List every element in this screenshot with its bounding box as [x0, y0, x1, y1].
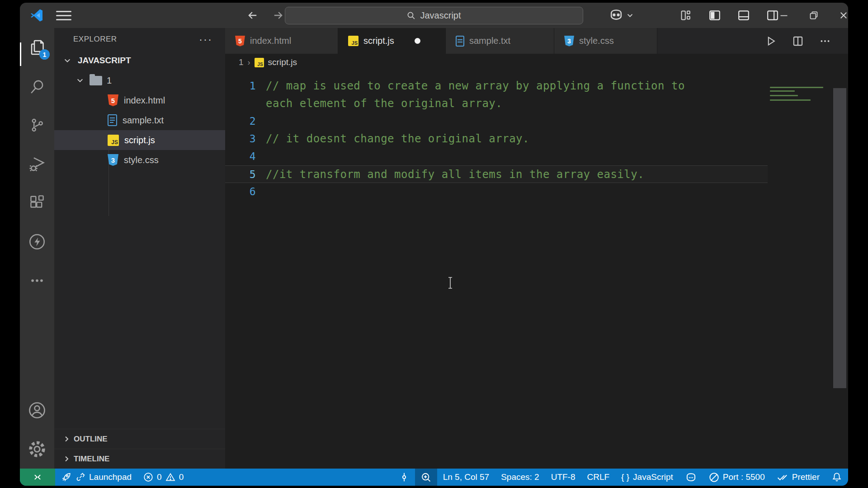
chevron-right-icon: › — [248, 58, 250, 67]
tree-file-sample-txt[interactable]: sample.txt — [54, 110, 225, 130]
remote-indicator[interactable] — [20, 469, 55, 486]
tab-index-html[interactable]: 5 index.html — [225, 28, 338, 54]
minimap[interactable] — [770, 87, 825, 103]
account-button[interactable] — [20, 391, 54, 430]
rocket-icon — [61, 472, 72, 483]
unsaved-dot-icon[interactable] — [415, 38, 420, 44]
command-center-search[interactable]: Javascript — [285, 7, 583, 24]
activity-more-button[interactable] — [20, 261, 54, 300]
minimap-line — [770, 95, 798, 96]
settings-gear-icon — [28, 440, 47, 459]
explorer-badge: 1 — [39, 49, 50, 60]
run-file-button[interactable] — [764, 34, 778, 48]
tree-file-style-css[interactable]: 3 style.css — [54, 150, 225, 170]
tree-file-script-js[interactable]: JS script.js — [54, 130, 225, 150]
language-mode[interactable]: { } JavaScript — [615, 469, 679, 486]
zoom-indicator[interactable] — [415, 469, 437, 486]
double-check-icon — [777, 471, 788, 483]
minimize-icon — [779, 11, 788, 20]
activity-bar: 1 — [20, 28, 54, 469]
toggle-sidebar-button[interactable] — [707, 7, 723, 23]
js-icon: JS — [348, 36, 359, 46]
nav-forward-button[interactable] — [271, 9, 285, 22]
vscode-logo — [30, 9, 43, 22]
tab-sample-txt[interactable]: sample.txt — [446, 28, 554, 54]
css-icon: 3 — [564, 36, 574, 47]
sidebar-item-source-control[interactable] — [20, 106, 54, 145]
arrow-left-icon — [246, 9, 259, 22]
toggle-panel-button[interactable] — [736, 7, 752, 23]
toggle-panel-icon — [737, 9, 750, 22]
editor-more-actions-button[interactable] — [818, 34, 832, 48]
code-line[interactable]: 6 — [225, 183, 768, 201]
nav-back-button[interactable] — [246, 9, 259, 22]
more-icon — [819, 35, 831, 47]
menu-icon[interactable] — [56, 8, 71, 23]
code-line[interactable]: 2 — [225, 113, 768, 130]
folder-icon — [90, 76, 102, 85]
sidebar-item-thunder-client[interactable] — [20, 222, 54, 261]
customize-layout-icon — [680, 9, 692, 21]
chevron-down-icon — [61, 57, 73, 64]
tab-script-js[interactable]: JS script.js — [338, 28, 446, 54]
arrow-right-icon — [272, 9, 284, 22]
braces-icon: { } — [621, 472, 629, 482]
scrollbar-slider[interactable] — [833, 88, 846, 388]
code-line-wrap[interactable]: each element of the original array. — [225, 95, 768, 113]
problems-indicator[interactable]: 0 0 — [137, 469, 189, 486]
js-icon: JS — [255, 58, 264, 67]
explorer-actions-button[interactable]: ··· — [199, 33, 212, 46]
restore-button[interactable] — [806, 7, 822, 23]
editor-group: 5 index.html JS script.js sample.txt 3 s — [225, 28, 848, 469]
copilot-status[interactable] — [679, 469, 703, 486]
screencast-indicator[interactable] — [393, 469, 415, 486]
code-editor[interactable]: 1 // map is used to create a new array b… — [225, 71, 848, 469]
settings-button[interactable] — [20, 430, 54, 469]
code-line[interactable]: 3 // it doesnt change the original array… — [225, 130, 768, 148]
tree-root-javascript[interactable]: JAVASCRIPT — [54, 51, 225, 70]
source-control-icon — [28, 117, 46, 134]
line-number: 3 — [225, 130, 256, 148]
bell-icon — [831, 472, 842, 483]
customize-layout-button[interactable] — [678, 7, 694, 23]
tree-folder-1[interactable]: 1 — [54, 70, 225, 90]
encoding-indicator[interactable]: UTF-8 — [545, 469, 581, 486]
code-line-current[interactable]: 5 //it transform and modify all items in… — [225, 165, 768, 183]
code-line[interactable]: 1 // map is used to create a new array b… — [225, 77, 768, 95]
sidebar-item-extensions[interactable] — [20, 183, 54, 222]
close-icon — [839, 11, 848, 20]
breadcrumb-folder[interactable]: 1 — [239, 57, 244, 67]
timeline-section-header[interactable]: TIMELINE — [54, 449, 225, 469]
breadcrumb-file[interactable]: script.js — [268, 57, 297, 67]
toggle-sidebar-icon — [708, 9, 721, 22]
code-text: //it transform and modify all items in t… — [256, 166, 644, 183]
cursor-position[interactable]: Ln 5, Col 57 — [437, 469, 495, 486]
live-server-port[interactable]: Port : 5500 — [703, 469, 771, 486]
outline-section-header[interactable]: OUTLINE — [54, 429, 225, 449]
minimap-line — [770, 87, 823, 88]
copilot-icon — [609, 7, 624, 23]
zoom-in-icon — [421, 472, 431, 483]
code-text: // it doesnt change the original array. — [256, 130, 529, 148]
minimap-line — [770, 99, 811, 101]
formatter-status[interactable]: Prettier — [771, 469, 826, 486]
copilot-button[interactable] — [609, 7, 633, 23]
breadcrumb[interactable]: 1 › JS script.js — [225, 54, 848, 71]
link-icon — [75, 472, 85, 482]
sidebar-item-run-debug[interactable] — [20, 145, 54, 183]
split-editor-button[interactable] — [791, 34, 805, 48]
close-button[interactable] — [835, 7, 848, 23]
sidebar-item-search[interactable] — [20, 67, 54, 106]
code-line[interactable]: 4 — [225, 148, 768, 165]
tab-style-css[interactable]: 3 style.css — [554, 28, 657, 54]
tree-file-index-html[interactable]: 5 index.html — [54, 90, 225, 110]
line-number: 1 — [225, 77, 256, 95]
sidebar-item-explorer[interactable]: 1 — [20, 28, 54, 67]
launchpad-button[interactable]: Launchpad — [55, 469, 137, 486]
minimize-button[interactable] — [776, 7, 792, 23]
indentation-indicator[interactable]: Spaces: 2 — [495, 469, 545, 486]
warnings-icon — [165, 472, 175, 482]
eol-indicator[interactable]: CRLF — [581, 469, 615, 486]
notifications-button[interactable] — [826, 469, 848, 486]
scrollbar-track[interactable] — [832, 71, 848, 469]
